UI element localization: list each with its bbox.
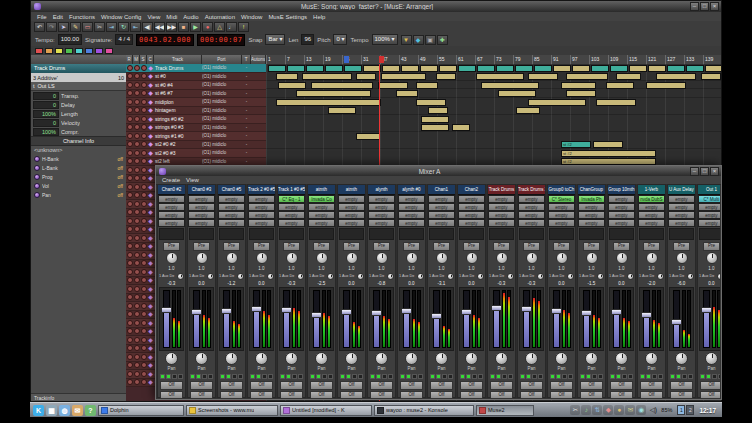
pan-knob[interactable] <box>158 351 185 366</box>
pan-knob[interactable] <box>428 351 455 366</box>
automation-button[interactable]: Off <box>220 391 243 398</box>
part-clip[interactable]: st #2 <box>561 150 656 157</box>
led-button[interactable] <box>628 374 633 379</box>
track-type-toggle[interactable] <box>85 48 93 54</box>
column-header-m[interactable]: M <box>133 55 140 64</box>
part-clip[interactable] <box>296 90 371 97</box>
strip-name-button[interactable]: 1-Verb <box>638 185 665 195</box>
effect-slot[interactable]: empty <box>428 195 455 203</box>
midi-note-icon[interactable]: ♩ <box>226 22 237 32</box>
column-header-port[interactable]: Port <box>202 55 242 64</box>
strip-name-button[interactable]: Group0 toCh <box>548 185 575 195</box>
tempo-value[interactable]: 100.00 <box>58 34 82 45</box>
automation-button[interactable]: Off <box>250 381 273 390</box>
record-arm-dot[interactable] <box>126 217 133 225</box>
effect-slot[interactable]: empty <box>158 195 185 203</box>
part-clip[interactable] <box>481 82 539 89</box>
solo-dot[interactable] <box>140 268 147 276</box>
effect-slot[interactable]: empty <box>668 219 695 227</box>
automation-button[interactable]: Off <box>250 391 273 398</box>
pan-knob[interactable] <box>638 351 665 366</box>
record-arm-dot[interactable] <box>126 166 133 174</box>
led-button[interactable] <box>220 374 225 379</box>
effect-slot[interactable]: empty <box>578 219 605 227</box>
solo-dot[interactable] <box>140 277 147 285</box>
field-value[interactable]: 0 <box>33 92 59 100</box>
mute-dot[interactable] <box>133 192 140 200</box>
gain-knob[interactable] <box>188 251 215 265</box>
led-button[interactable] <box>448 374 453 379</box>
solo-dot[interactable] <box>140 362 147 370</box>
record-arm-dot[interactable] <box>126 98 133 106</box>
mute-dot[interactable] <box>133 141 140 149</box>
led-button[interactable] <box>550 374 555 379</box>
gain-knob[interactable] <box>368 251 395 265</box>
led-button[interactable] <box>202 374 207 379</box>
fader-handle[interactable] <box>611 309 622 315</box>
record-arm-dot[interactable] <box>126 90 133 98</box>
kmail-icon[interactable]: ✉ <box>72 405 83 416</box>
pan-knob[interactable] <box>608 351 635 366</box>
track-row[interactable]: ◆st2 #0 #2(O1) midiclo- <box>126 141 266 150</box>
pan-knob[interactable] <box>578 351 605 366</box>
track-row[interactable]: ◆Track Drums(O1) midiclo- <box>126 64 266 73</box>
taskbar-task[interactable]: Muse2 <box>476 405 534 416</box>
record-arm-dot[interactable] <box>126 200 133 208</box>
automation-button[interactable]: Off <box>430 391 453 398</box>
pre-button[interactable]: Pre <box>433 242 450 251</box>
solo-dot[interactable] <box>140 141 147 149</box>
part-clip[interactable] <box>416 82 438 89</box>
gain-knob[interactable] <box>428 251 455 265</box>
gain-knob[interactable] <box>608 251 635 265</box>
track-row[interactable]: ◆midiplon(O1) midiclo- <box>126 98 266 107</box>
mute-dot[interactable] <box>133 251 140 259</box>
led-button[interactable] <box>688 374 693 379</box>
effect-slot[interactable]: Invada Co <box>308 195 335 203</box>
track-name[interactable]: strings #0 #2 <box>154 115 202 123</box>
pan-knob[interactable] <box>278 351 305 366</box>
track-port[interactable]: (O1) midiclo <box>202 98 242 106</box>
led-button[interactable] <box>436 374 441 379</box>
mixer-titlebar[interactable]: Mixer A – □ × <box>156 166 721 176</box>
track-automation[interactable] <box>251 98 266 106</box>
led-button[interactable] <box>256 374 261 379</box>
taskbar-task[interactable]: Dolphin <box>98 405 184 416</box>
pan-knob[interactable] <box>548 351 575 366</box>
part-clip[interactable] <box>516 107 540 114</box>
maximize-button[interactable]: □ <box>700 2 709 11</box>
strip-name-button[interactable]: Chan0 #2 <box>158 185 185 195</box>
part-clip[interactable] <box>325 65 343 72</box>
part-clip[interactable] <box>420 65 438 72</box>
k-menu-icon[interactable]: K <box>33 405 44 416</box>
part-clip[interactable] <box>356 133 380 140</box>
track-row[interactable]: ◆st2 #0 #3(O1) midiclo- <box>126 149 266 158</box>
automation-button[interactable]: Off <box>550 391 573 398</box>
led-button[interactable] <box>418 374 423 379</box>
fader-handle[interactable] <box>671 319 682 325</box>
led-button[interactable] <box>472 374 477 379</box>
effect-slot[interactable]: empty <box>608 203 635 211</box>
trackinfo-tab[interactable]: Trackinfo <box>31 393 126 401</box>
grid-icon[interactable]: ▣ <box>425 35 436 45</box>
solo-dot[interactable] <box>140 379 147 387</box>
effect-slot[interactable]: empty <box>218 219 245 227</box>
part-clip[interactable] <box>344 65 362 72</box>
led-button[interactable] <box>160 374 165 379</box>
gain-knob[interactable] <box>308 251 335 265</box>
fader-handle[interactable] <box>341 309 352 315</box>
led-button[interactable] <box>676 374 681 379</box>
punch-out-icon[interactable]: ⇤ <box>130 22 141 32</box>
part-clip[interactable] <box>686 65 704 72</box>
effect-slot[interactable]: empty <box>488 219 515 227</box>
play-icon[interactable]: ▶ <box>190 22 201 32</box>
mute-dot[interactable] <box>133 353 140 361</box>
track-automation[interactable] <box>251 90 266 98</box>
taskbar-clock[interactable]: 12:17 <box>699 407 716 414</box>
part-clip[interactable] <box>421 116 449 123</box>
mute-dot[interactable] <box>133 175 140 183</box>
automation-button[interactable]: Off <box>640 381 663 390</box>
led-button[interactable] <box>670 374 675 379</box>
pager-cell[interactable]: 1 <box>677 405 685 415</box>
part-clip[interactable] <box>566 90 596 97</box>
controller-row[interactable]: Voloff <box>31 181 126 190</box>
